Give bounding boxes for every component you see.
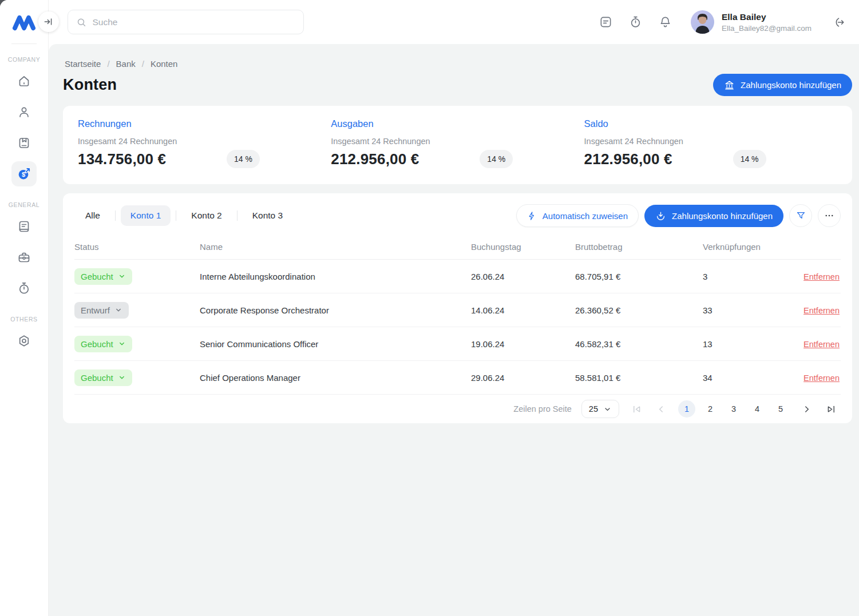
sidebar-item-documents[interactable] bbox=[11, 130, 37, 156]
person-icon bbox=[17, 105, 31, 119]
search-input[interactable] bbox=[93, 17, 295, 27]
content: Startseite / Bank / Konten Konten Zahlun… bbox=[49, 44, 859, 616]
breadcrumb-separator: / bbox=[142, 59, 144, 69]
user-email: Ella_Bailey82@gmail.com bbox=[722, 24, 812, 33]
remove-link[interactable]: Entfernen bbox=[803, 373, 840, 383]
tab-konto-3[interactable]: Konto 3 bbox=[243, 205, 292, 226]
sidebar-item-notes[interactable] bbox=[11, 214, 37, 239]
add-payment-account-label-2: Zahlungskonto hinzufügen bbox=[672, 211, 773, 221]
collapse-arrow-icon bbox=[43, 16, 54, 27]
home-icon bbox=[17, 74, 31, 88]
rows-per-page-label: Zeilen pro Seite bbox=[513, 404, 572, 414]
sidebar-item-bank-active[interactable]: $ bbox=[11, 161, 37, 186]
row-date: 14.06.24 bbox=[471, 305, 575, 315]
user-info[interactable]: Ella Bailey Ella_Bailey82@gmail.com bbox=[722, 12, 812, 33]
add-payment-account-button[interactable]: Zahlungskonto hinzufügen bbox=[713, 74, 852, 96]
tabs-row: Alle Konto 1 Konto 2 Konto 3 Automatisch… bbox=[74, 202, 841, 235]
topbar: Ella Bailey Ella_Bailey82@gmail.com bbox=[49, 0, 859, 44]
add-payment-account-button-2[interactable]: Zahlungskonto hinzufügen bbox=[644, 205, 783, 227]
sidebar-item-projects[interactable] bbox=[11, 245, 37, 270]
next-page-button[interactable] bbox=[799, 402, 814, 416]
previous-page-button[interactable] bbox=[654, 402, 668, 416]
breadcrumb-separator: / bbox=[107, 59, 109, 69]
tab-konto-1[interactable]: Konto 1 bbox=[121, 205, 171, 226]
breadcrumb-konten[interactable]: Konten bbox=[151, 59, 178, 69]
tab-konto-2[interactable]: Konto 2 bbox=[181, 205, 231, 226]
sidebar-item-time[interactable] bbox=[11, 276, 37, 301]
stat-label[interactable]: Rechnungen bbox=[78, 118, 331, 129]
status-dropdown[interactable]: Entwurf bbox=[74, 302, 129, 319]
status-label: Gebucht bbox=[81, 373, 113, 383]
breadcrumb-bank[interactable]: Bank bbox=[116, 59, 136, 69]
row-date: 29.06.24 bbox=[471, 373, 575, 383]
stat-rechnungen: Rechnungen Insgesamt 24 Rechnungen 134.7… bbox=[78, 118, 331, 168]
svg-text:$: $ bbox=[22, 171, 25, 178]
sidebar-section-others: OTHERS bbox=[10, 316, 37, 323]
status-dropdown[interactable]: Gebucht bbox=[74, 369, 132, 386]
page-button-3[interactable]: 3 bbox=[725, 400, 742, 418]
page-title: Konten bbox=[63, 76, 117, 94]
row-date: 26.06.24 bbox=[471, 272, 575, 281]
note-icon bbox=[599, 15, 612, 29]
remove-link[interactable]: Entfernen bbox=[803, 340, 840, 349]
main-area: Ella Bailey Ella_Bailey82@gmail.com Star… bbox=[49, 0, 859, 616]
notes-button[interactable] bbox=[599, 15, 612, 29]
skip-first-icon bbox=[631, 404, 642, 415]
rows-per-page-select[interactable]: 25 bbox=[581, 400, 619, 418]
avatar[interactable] bbox=[691, 10, 714, 34]
status-dropdown[interactable]: Gebucht bbox=[74, 336, 132, 352]
chevron-down-icon bbox=[118, 340, 126, 348]
logout-button[interactable] bbox=[833, 16, 845, 29]
stat-label[interactable]: Ausgaben bbox=[331, 118, 584, 129]
breadcrumb: Startseite / Bank / Konten bbox=[65, 59, 852, 69]
tab-divider bbox=[176, 210, 176, 221]
remove-link[interactable]: Entfernen bbox=[803, 272, 840, 281]
status-dropdown[interactable]: Gebucht bbox=[74, 268, 132, 285]
stat-percent-badge: 14 % bbox=[480, 150, 513, 168]
remove-link[interactable]: Entfernen bbox=[803, 306, 840, 315]
filter-button[interactable] bbox=[789, 204, 812, 227]
stat-percent-badge: 14 % bbox=[227, 150, 260, 168]
status-label: Gebucht bbox=[81, 272, 113, 281]
sidebar-item-home[interactable] bbox=[11, 69, 37, 94]
stat-label[interactable]: Saldo bbox=[584, 118, 837, 129]
search-icon bbox=[76, 17, 87, 28]
page-numbers: 1 2 3 4 5 bbox=[678, 400, 789, 418]
first-page-button[interactable] bbox=[629, 402, 644, 416]
stat-ausgaben: Ausgaben Insgesamt 24 Rechnungen 212.956… bbox=[331, 118, 584, 168]
page-button-2[interactable]: 2 bbox=[702, 400, 719, 418]
page-button-1[interactable]: 1 bbox=[678, 400, 695, 418]
row-name: Chief Operations Manager bbox=[200, 373, 471, 383]
user-name: Ella Bailey bbox=[722, 12, 812, 22]
auto-assign-button[interactable]: Automatisch zuweisen bbox=[516, 204, 639, 227]
breadcrumb-startseite[interactable]: Startseite bbox=[65, 59, 101, 69]
bell-icon bbox=[659, 15, 672, 29]
table-header: Status Name Buchungstag Bruttobetrag Ver… bbox=[74, 235, 841, 260]
stats-card: Rechnungen Insgesamt 24 Rechnungen 134.7… bbox=[63, 106, 852, 184]
stat-subtitle: Insgesamt 24 Rechnungen bbox=[584, 137, 837, 146]
chevron-down-icon bbox=[603, 405, 612, 414]
notifications-button[interactable] bbox=[659, 15, 672, 29]
last-page-button[interactable] bbox=[824, 402, 838, 416]
stat-value: 134.756,00 € bbox=[78, 150, 166, 168]
tab-alle[interactable]: Alle bbox=[76, 205, 110, 226]
sidebar: COMPANY $ GENERAL OTHERS bbox=[0, 0, 49, 616]
bookmark-book-icon bbox=[17, 136, 31, 150]
sidebar-item-contacts[interactable] bbox=[11, 100, 37, 125]
brand-logo-icon bbox=[12, 14, 36, 31]
page-button-5[interactable]: 5 bbox=[772, 400, 789, 418]
timer-icon bbox=[629, 15, 642, 29]
sidebar-collapse-button[interactable] bbox=[38, 11, 59, 32]
sidebar-item-settings[interactable] bbox=[11, 328, 37, 353]
row-date: 19.06.24 bbox=[471, 339, 575, 349]
timer-button[interactable] bbox=[629, 15, 642, 29]
stat-subtitle: Insgesamt 24 Rechnungen bbox=[78, 137, 331, 146]
row-name: Interne Abteilungskoordination bbox=[200, 272, 471, 281]
tab-divider bbox=[237, 210, 237, 221]
col-name: Name bbox=[200, 242, 471, 252]
skip-last-icon bbox=[826, 404, 837, 415]
ellipsis-icon bbox=[824, 210, 834, 221]
page-button-4[interactable]: 4 bbox=[749, 400, 766, 418]
more-options-button[interactable] bbox=[818, 204, 841, 227]
chevron-left-icon bbox=[656, 404, 666, 414]
